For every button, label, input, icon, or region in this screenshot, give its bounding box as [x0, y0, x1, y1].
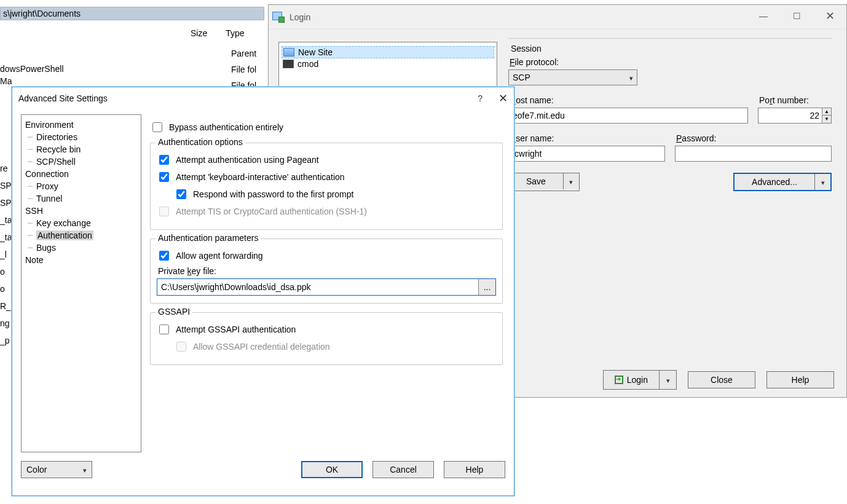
session-group: Session File protocol: SCP Host name: Po… [508, 38, 832, 196]
site-item-label: cmod [297, 59, 318, 69]
tis-checkbox: Attempt TIS or CryptoCard authentication… [157, 205, 496, 218]
advanced-dropdown-arrow[interactable] [814, 174, 830, 190]
chevron-down-icon [83, 465, 87, 474]
file-protocol-select[interactable]: SCP [508, 69, 637, 85]
host-input[interactable] [508, 108, 748, 124]
tree-note[interactable]: Note [24, 254, 138, 266]
bypass-auth-checkbox[interactable]: Bypass authentication entirely [150, 120, 503, 134]
column-size: Size [191, 28, 207, 43]
gssapi-group: GSSAPI Attempt GSSAPI authentication All… [150, 312, 503, 365]
close-window-button[interactable]: ✕ [813, 5, 846, 27]
username-input[interactable] [508, 146, 665, 162]
explorer-column-headers: Size Type [0, 28, 264, 43]
password-input[interactable] [675, 146, 832, 162]
private-key-file-row: ... [157, 278, 496, 296]
advanced-button[interactable]: Advanced... [733, 173, 832, 191]
pageant-checkbox[interactable]: Attempt authentication using Pageant [157, 153, 496, 167]
login-arrow-icon [615, 376, 623, 384]
settings-panel-authentication: Bypass authentication entirely Authentic… [148, 114, 505, 452]
port-label: Port number: [759, 95, 832, 105]
browse-key-button[interactable]: ... [478, 279, 495, 295]
ok-button[interactable]: OK [301, 461, 363, 478]
settings-tree[interactable]: Environment Directories Recycle bin SCP/… [21, 114, 141, 452]
winscp-icon [272, 12, 285, 23]
tree-tunnel[interactable]: Tunnel [24, 192, 138, 205]
user-label: User name: [510, 133, 665, 143]
save-dropdown-arrow[interactable] [563, 173, 579, 189]
tree-recycle-bin[interactable]: Recycle bin [24, 143, 138, 156]
file-protocol-label: File protocol: [510, 57, 832, 67]
tree-key-exchange[interactable]: Key exchange [24, 217, 138, 229]
advanced-titlebar[interactable]: Advanced Site Settings ? ✕ [12, 87, 514, 109]
chevron-down-icon [629, 73, 633, 82]
agent-forwarding-checkbox[interactable]: Allow agent forwarding [157, 249, 496, 262]
cancel-button[interactable]: Cancel [372, 461, 434, 478]
column-type: Type [226, 28, 244, 43]
tree-ssh[interactable]: SSH [24, 205, 138, 217]
help-question-button[interactable]: ? [478, 93, 483, 103]
chevron-down-icon [821, 177, 825, 187]
chevron-down-icon [569, 176, 573, 186]
close-icon[interactable]: ✕ [498, 92, 508, 105]
gssapi-delegation-checkbox: Allow GSSAPI credential delegation [174, 340, 496, 353]
maximize-button[interactable]: ☐ [780, 5, 813, 27]
minimize-button[interactable]: — [747, 5, 780, 27]
tree-bugs[interactable]: Bugs [24, 242, 138, 254]
tree-directories[interactable]: Directories [24, 131, 138, 143]
host-label: Host name: [510, 95, 748, 105]
color-dropdown[interactable]: Color [21, 461, 92, 478]
keyboard-interactive-checkbox[interactable]: Attempt 'keyboard-interactive' authentic… [157, 170, 496, 184]
tree-connection[interactable]: Connection [24, 168, 138, 180]
tree-authentication[interactable]: Authentication [24, 229, 138, 242]
help-button[interactable]: Help [444, 461, 505, 478]
save-button[interactable]: Save [508, 173, 580, 191]
private-key-file-input[interactable] [157, 279, 478, 295]
site-item-new-site[interactable]: New Site [282, 46, 494, 58]
explorer-file-cells: dowsPowerShell Ma [0, 43, 264, 87]
login-title: Login [290, 12, 310, 22]
chevron-down-icon [666, 375, 670, 385]
login-button-label: Login [627, 375, 648, 385]
session-legend: Session [508, 44, 544, 53]
login-dropdown-arrow[interactable] [659, 371, 676, 389]
site-item-cmod[interactable]: cmod [282, 58, 494, 69]
tree-scp-shell[interactable]: SCP/Shell [24, 156, 138, 168]
port-spinner[interactable]: ▲▼ [822, 108, 831, 123]
login-split-button[interactable]: Login [603, 370, 677, 390]
private-key-file-label: Private key file: [158, 266, 496, 276]
computer-icon [283, 60, 294, 68]
help-button[interactable]: Help [766, 371, 834, 388]
auth-params-group: Authentication parameters Allow agent fo… [150, 238, 503, 304]
login-titlebar[interactable]: Login — ☐ ✕ [269, 5, 846, 30]
tree-environment[interactable]: Environment [24, 119, 138, 131]
site-item-label: New Site [298, 47, 333, 57]
tree-proxy[interactable]: Proxy [24, 180, 138, 192]
password-label: Password: [676, 133, 832, 143]
gssapi-attempt-checkbox[interactable]: Attempt GSSAPI authentication [157, 323, 496, 336]
respond-password-checkbox[interactable]: Respond with password to the first promp… [174, 187, 496, 201]
explorer-path-text: s\jwright\Documents [3, 9, 81, 18]
advanced-settings-window: Advanced Site Settings ? ✕ Environment D… [12, 87, 514, 496]
port-input[interactable] [758, 108, 822, 123]
explorer-path-bar: s\jwright\Documents [0, 7, 264, 20]
advanced-title: Advanced Site Settings [18, 93, 108, 103]
auth-options-group: Authentication options Attempt authentic… [150, 143, 503, 230]
close-button[interactable]: Close [688, 371, 755, 388]
computer-icon [283, 48, 294, 57]
